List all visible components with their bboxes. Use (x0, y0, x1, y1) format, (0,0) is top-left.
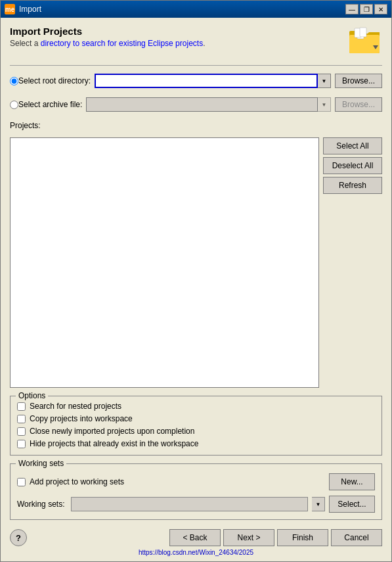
svg-marker-3 (366, 32, 380, 35)
title-bar-controls: — ❐ ✕ (345, 4, 387, 14)
subtitle-end: . (203, 39, 205, 48)
new-working-set-button[interactable]: New... (329, 473, 375, 490)
minimize-button[interactable]: — (345, 4, 359, 14)
page-subtitle: Select a directory to search for existin… (10, 39, 348, 48)
app-icon: me (5, 4, 15, 14)
select-root-label[interactable]: Select root directory: (18, 76, 91, 85)
subtitle-link[interactable]: directory to search for existing Eclipse… (41, 39, 203, 48)
projects-label: Projects: (10, 121, 382, 130)
nav-buttons: < Back Next > Finish Cancel (169, 529, 382, 546)
header-section: Import Projects Select a directory to se… (10, 26, 382, 56)
archive-file-row: Select archive file: ▼ Browse... (10, 97, 382, 112)
working-sets-label: Working sets: (17, 500, 64, 509)
help-button[interactable]: ? (10, 529, 27, 546)
working-sets-row2: Working sets: ▼ Select... (17, 496, 375, 513)
close-button[interactable]: ✕ (374, 4, 387, 14)
option-copy-row: Copy projects into workspace (17, 414, 375, 423)
option-copy-checkbox[interactable] (17, 415, 26, 423)
option-close-checkbox[interactable] (17, 427, 26, 436)
option-close-label[interactable]: Close newly imported projects upon compl… (30, 427, 194, 436)
option-nested-row: Search for nested projects (17, 402, 375, 411)
archive-combo-wrapper: ▼ (86, 97, 331, 112)
projects-buttons: Select All Deselect All Refresh (323, 137, 382, 388)
browse-archive-button[interactable]: Browse... (335, 97, 382, 112)
root-combo-arrow[interactable]: ▼ (318, 74, 331, 88)
svg-rect-2 (349, 35, 380, 53)
folder-svg (348, 26, 382, 56)
footer-link: https://blog.csdn.net/Wixin_24634/2025 (10, 549, 382, 556)
archive-combo-arrow[interactable]: ▼ (318, 97, 331, 112)
option-copy-label[interactable]: Copy projects into workspace (30, 414, 133, 423)
restore-button[interactable]: ❐ (360, 4, 373, 14)
select-all-button[interactable]: Select All (323, 137, 382, 154)
select-archive-radio[interactable] (10, 101, 18, 109)
svg-rect-6 (360, 28, 366, 37)
folder-icon (348, 26, 382, 56)
root-directory-input[interactable] (95, 74, 318, 88)
working-sets-combo[interactable] (71, 497, 308, 511)
option-hide-row: Hide projects that already exist in the … (17, 439, 375, 448)
import-window: me Import — ❐ ✕ Import Projects Select a… (0, 0, 392, 562)
option-nested-checkbox[interactable] (17, 402, 26, 411)
archive-file-input[interactable] (86, 97, 318, 112)
select-working-set-button[interactable]: Select... (329, 496, 375, 513)
title-bar-left: me Import (5, 4, 41, 14)
footer-buttons: ? < Back Next > Finish Cancel (10, 529, 382, 546)
window-title: Import (19, 5, 41, 14)
footer: ? < Back Next > Finish Cancel https://bl… (1, 525, 391, 561)
projects-area: Select All Deselect All Refresh (10, 137, 382, 388)
option-hide-checkbox[interactable] (17, 440, 26, 448)
select-archive-label[interactable]: Select archive file: (18, 100, 82, 109)
main-content: Import Projects Select a directory to se… (1, 18, 391, 525)
browse-root-button[interactable]: Browse... (335, 74, 382, 88)
next-button[interactable]: Next > (223, 529, 274, 546)
refresh-button[interactable]: Refresh (323, 177, 382, 194)
projects-list[interactable] (10, 137, 319, 388)
page-title: Import Projects (10, 26, 348, 37)
add-to-working-sets-label[interactable]: Add project to working sets (30, 477, 124, 486)
title-bar: me Import — ❐ ✕ (1, 1, 391, 18)
root-directory-row: Select root directory: ▼ Browse... (10, 74, 382, 88)
select-root-radio[interactable] (10, 77, 18, 85)
deselect-all-button[interactable]: Deselect All (323, 157, 382, 174)
option-nested-label[interactable]: Search for nested projects (30, 402, 121, 411)
header-text: Import Projects Select a directory to se… (10, 26, 348, 48)
cancel-button[interactable]: Cancel (331, 529, 382, 546)
finish-button[interactable]: Finish (277, 529, 328, 546)
header-separator (10, 65, 382, 66)
options-group-label: Options (16, 391, 48, 400)
options-group: Options Search for nested projects Copy … (10, 396, 382, 456)
working-sets-combo-arrow[interactable]: ▼ (312, 497, 325, 511)
option-hide-label[interactable]: Hide projects that already exist in the … (30, 439, 198, 448)
working-sets-group-label: Working sets (16, 459, 66, 468)
back-button[interactable]: < Back (169, 529, 221, 546)
working-sets-group: Working sets Add project to working sets… (10, 463, 382, 520)
subtitle-plain: Select a (10, 39, 41, 48)
option-close-row: Close newly imported projects upon compl… (17, 427, 375, 436)
root-combo-wrapper: ▼ (95, 74, 331, 88)
add-to-working-sets-checkbox[interactable] (17, 478, 26, 486)
add-ws-row: Add project to working sets (17, 477, 124, 486)
working-sets-row1: Add project to working sets New... (17, 473, 375, 490)
working-sets-inner: Add project to working sets New... Worki… (17, 469, 375, 513)
